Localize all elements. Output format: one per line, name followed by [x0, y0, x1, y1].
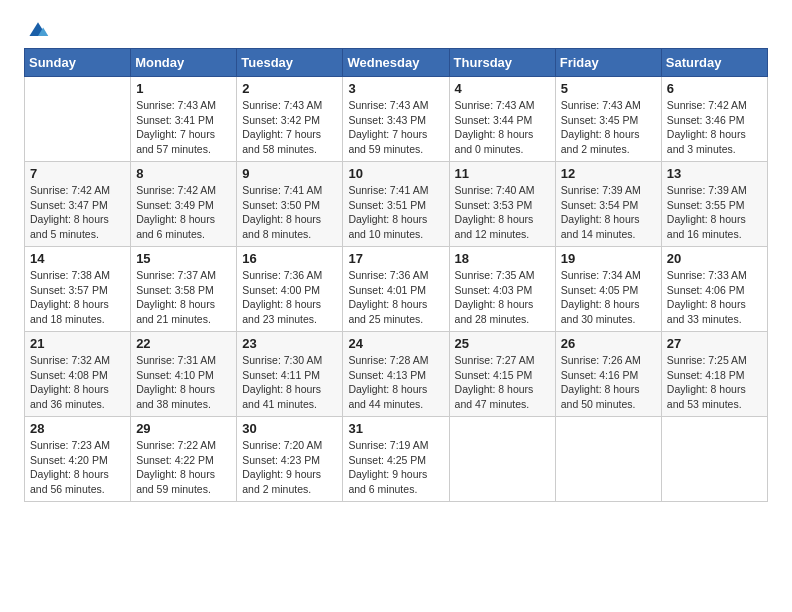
- day-number: 13: [667, 166, 762, 181]
- day-info: Sunrise: 7:41 AMSunset: 3:51 PMDaylight:…: [348, 183, 443, 242]
- day-info: Sunrise: 7:42 AMSunset: 3:46 PMDaylight:…: [667, 98, 762, 157]
- calendar-cell: 27Sunrise: 7:25 AMSunset: 4:18 PMDayligh…: [661, 332, 767, 417]
- day-info: Sunrise: 7:37 AMSunset: 3:58 PMDaylight:…: [136, 268, 231, 327]
- day-info: Sunrise: 7:42 AMSunset: 3:49 PMDaylight:…: [136, 183, 231, 242]
- calendar-cell: [449, 417, 555, 502]
- day-number: 9: [242, 166, 337, 181]
- day-info: Sunrise: 7:36 AMSunset: 4:01 PMDaylight:…: [348, 268, 443, 327]
- calendar-cell: 17Sunrise: 7:36 AMSunset: 4:01 PMDayligh…: [343, 247, 449, 332]
- day-info: Sunrise: 7:40 AMSunset: 3:53 PMDaylight:…: [455, 183, 550, 242]
- day-info: Sunrise: 7:42 AMSunset: 3:47 PMDaylight:…: [30, 183, 125, 242]
- calendar-cell: 22Sunrise: 7:31 AMSunset: 4:10 PMDayligh…: [131, 332, 237, 417]
- day-number: 25: [455, 336, 550, 351]
- day-number: 20: [667, 251, 762, 266]
- calendar-cell: 3Sunrise: 7:43 AMSunset: 3:43 PMDaylight…: [343, 77, 449, 162]
- day-info: Sunrise: 7:43 AMSunset: 3:43 PMDaylight:…: [348, 98, 443, 157]
- calendar-cell: 12Sunrise: 7:39 AMSunset: 3:54 PMDayligh…: [555, 162, 661, 247]
- day-info: Sunrise: 7:19 AMSunset: 4:25 PMDaylight:…: [348, 438, 443, 497]
- day-info: Sunrise: 7:22 AMSunset: 4:22 PMDaylight:…: [136, 438, 231, 497]
- day-number: 27: [667, 336, 762, 351]
- day-number: 10: [348, 166, 443, 181]
- day-number: 3: [348, 81, 443, 96]
- day-info: Sunrise: 7:28 AMSunset: 4:13 PMDaylight:…: [348, 353, 443, 412]
- day-info: Sunrise: 7:34 AMSunset: 4:05 PMDaylight:…: [561, 268, 656, 327]
- col-header-saturday: Saturday: [661, 49, 767, 77]
- day-number: 16: [242, 251, 337, 266]
- day-number: 11: [455, 166, 550, 181]
- calendar-cell: 29Sunrise: 7:22 AMSunset: 4:22 PMDayligh…: [131, 417, 237, 502]
- header: [24, 20, 768, 40]
- calendar-cell: 25Sunrise: 7:27 AMSunset: 4:15 PMDayligh…: [449, 332, 555, 417]
- logo: [24, 20, 50, 40]
- col-header-tuesday: Tuesday: [237, 49, 343, 77]
- logo-icon: [26, 20, 50, 40]
- day-number: 1: [136, 81, 231, 96]
- calendar-cell: [661, 417, 767, 502]
- day-number: 22: [136, 336, 231, 351]
- day-number: 12: [561, 166, 656, 181]
- week-row-1: 1Sunrise: 7:43 AMSunset: 3:41 PMDaylight…: [25, 77, 768, 162]
- col-header-sunday: Sunday: [25, 49, 131, 77]
- day-number: 30: [242, 421, 337, 436]
- day-info: Sunrise: 7:35 AMSunset: 4:03 PMDaylight:…: [455, 268, 550, 327]
- day-info: Sunrise: 7:41 AMSunset: 3:50 PMDaylight:…: [242, 183, 337, 242]
- day-info: Sunrise: 7:25 AMSunset: 4:18 PMDaylight:…: [667, 353, 762, 412]
- calendar-cell: 8Sunrise: 7:42 AMSunset: 3:49 PMDaylight…: [131, 162, 237, 247]
- day-number: 29: [136, 421, 231, 436]
- day-info: Sunrise: 7:39 AMSunset: 3:55 PMDaylight:…: [667, 183, 762, 242]
- day-number: 2: [242, 81, 337, 96]
- day-info: Sunrise: 7:43 AMSunset: 3:44 PMDaylight:…: [455, 98, 550, 157]
- day-info: Sunrise: 7:20 AMSunset: 4:23 PMDaylight:…: [242, 438, 337, 497]
- calendar-cell: 13Sunrise: 7:39 AMSunset: 3:55 PMDayligh…: [661, 162, 767, 247]
- day-number: 8: [136, 166, 231, 181]
- day-info: Sunrise: 7:23 AMSunset: 4:20 PMDaylight:…: [30, 438, 125, 497]
- day-number: 5: [561, 81, 656, 96]
- calendar-cell: 6Sunrise: 7:42 AMSunset: 3:46 PMDaylight…: [661, 77, 767, 162]
- calendar-cell: 31Sunrise: 7:19 AMSunset: 4:25 PMDayligh…: [343, 417, 449, 502]
- day-info: Sunrise: 7:43 AMSunset: 3:42 PMDaylight:…: [242, 98, 337, 157]
- week-row-3: 14Sunrise: 7:38 AMSunset: 3:57 PMDayligh…: [25, 247, 768, 332]
- calendar-cell: 28Sunrise: 7:23 AMSunset: 4:20 PMDayligh…: [25, 417, 131, 502]
- day-info: Sunrise: 7:43 AMSunset: 3:41 PMDaylight:…: [136, 98, 231, 157]
- day-number: 19: [561, 251, 656, 266]
- calendar-cell: 9Sunrise: 7:41 AMSunset: 3:50 PMDaylight…: [237, 162, 343, 247]
- header-row: SundayMondayTuesdayWednesdayThursdayFrid…: [25, 49, 768, 77]
- day-number: 23: [242, 336, 337, 351]
- day-info: Sunrise: 7:38 AMSunset: 3:57 PMDaylight:…: [30, 268, 125, 327]
- day-number: 18: [455, 251, 550, 266]
- day-info: Sunrise: 7:39 AMSunset: 3:54 PMDaylight:…: [561, 183, 656, 242]
- calendar-cell: 15Sunrise: 7:37 AMSunset: 3:58 PMDayligh…: [131, 247, 237, 332]
- day-info: Sunrise: 7:31 AMSunset: 4:10 PMDaylight:…: [136, 353, 231, 412]
- calendar-cell: 4Sunrise: 7:43 AMSunset: 3:44 PMDaylight…: [449, 77, 555, 162]
- calendar-cell: 10Sunrise: 7:41 AMSunset: 3:51 PMDayligh…: [343, 162, 449, 247]
- day-number: 15: [136, 251, 231, 266]
- calendar-table: SundayMondayTuesdayWednesdayThursdayFrid…: [24, 48, 768, 502]
- calendar-cell: 2Sunrise: 7:43 AMSunset: 3:42 PMDaylight…: [237, 77, 343, 162]
- col-header-thursday: Thursday: [449, 49, 555, 77]
- calendar-cell: 19Sunrise: 7:34 AMSunset: 4:05 PMDayligh…: [555, 247, 661, 332]
- calendar-cell: 16Sunrise: 7:36 AMSunset: 4:00 PMDayligh…: [237, 247, 343, 332]
- calendar-cell: 7Sunrise: 7:42 AMSunset: 3:47 PMDaylight…: [25, 162, 131, 247]
- calendar-cell: 5Sunrise: 7:43 AMSunset: 3:45 PMDaylight…: [555, 77, 661, 162]
- calendar-cell: 21Sunrise: 7:32 AMSunset: 4:08 PMDayligh…: [25, 332, 131, 417]
- col-header-friday: Friday: [555, 49, 661, 77]
- day-number: 31: [348, 421, 443, 436]
- calendar-cell: [555, 417, 661, 502]
- week-row-2: 7Sunrise: 7:42 AMSunset: 3:47 PMDaylight…: [25, 162, 768, 247]
- calendar-cell: 1Sunrise: 7:43 AMSunset: 3:41 PMDaylight…: [131, 77, 237, 162]
- day-number: 28: [30, 421, 125, 436]
- calendar-cell: 11Sunrise: 7:40 AMSunset: 3:53 PMDayligh…: [449, 162, 555, 247]
- day-number: 24: [348, 336, 443, 351]
- day-info: Sunrise: 7:30 AMSunset: 4:11 PMDaylight:…: [242, 353, 337, 412]
- day-info: Sunrise: 7:43 AMSunset: 3:45 PMDaylight:…: [561, 98, 656, 157]
- day-info: Sunrise: 7:26 AMSunset: 4:16 PMDaylight:…: [561, 353, 656, 412]
- day-number: 17: [348, 251, 443, 266]
- calendar-cell: [25, 77, 131, 162]
- day-number: 7: [30, 166, 125, 181]
- calendar-cell: 24Sunrise: 7:28 AMSunset: 4:13 PMDayligh…: [343, 332, 449, 417]
- col-header-monday: Monday: [131, 49, 237, 77]
- week-row-5: 28Sunrise: 7:23 AMSunset: 4:20 PMDayligh…: [25, 417, 768, 502]
- day-info: Sunrise: 7:33 AMSunset: 4:06 PMDaylight:…: [667, 268, 762, 327]
- calendar-cell: 20Sunrise: 7:33 AMSunset: 4:06 PMDayligh…: [661, 247, 767, 332]
- calendar-cell: 18Sunrise: 7:35 AMSunset: 4:03 PMDayligh…: [449, 247, 555, 332]
